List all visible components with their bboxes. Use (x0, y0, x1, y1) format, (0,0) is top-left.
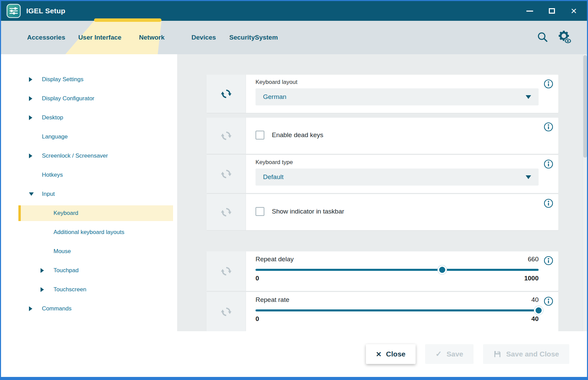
keyboard-layout-select[interactable]: German (256, 88, 539, 105)
setting-card-keyboard-type: Keyboard type Default (206, 155, 558, 193)
sidebar-item-display-settings[interactable]: Display Settings (1, 70, 177, 89)
sidebar-item-display-configurator[interactable]: Display Configurator (1, 89, 177, 108)
parameter-visibility-button[interactable] (558, 30, 572, 45)
app-window: IGEL Setup × Accessories User Interface … (0, 0, 588, 380)
minimize-icon (526, 11, 533, 12)
tab-network[interactable]: Network (125, 21, 178, 54)
window-controls: × (526, 6, 582, 16)
info-icon (543, 79, 554, 89)
reset-button[interactable] (220, 88, 232, 100)
active-tab-top-bar (94, 18, 161, 22)
minimize-button[interactable] (526, 11, 533, 12)
sidebar-item-mouse[interactable]: Mouse (1, 242, 177, 261)
info-button[interactable] (543, 296, 554, 306)
chevron-down-icon (29, 192, 34, 196)
slider-label: Repeat delay (256, 255, 294, 263)
sidebar-item-additional-keyboard-layouts[interactable]: Additional keyboard layouts (1, 223, 177, 242)
info-icon (543, 198, 554, 208)
checkbox-label: Enable dead keys (272, 131, 323, 139)
search-icon (537, 31, 549, 44)
reset-button[interactable] (220, 168, 232, 180)
chevron-right-icon (41, 268, 44, 273)
show-indicator-checkbox[interactable] (256, 207, 264, 216)
search-button[interactable] (537, 31, 549, 44)
info-icon (543, 159, 554, 169)
setting-card-taskbar-indicator: Show indicator in taskbar (206, 194, 558, 230)
enable-dead-keys-checkbox[interactable] (256, 131, 264, 140)
sidebar-item-desktop[interactable]: Desktop (1, 108, 177, 127)
reset-button[interactable] (220, 130, 232, 142)
setting-card-keyboard-layout: Keyboard layout German (206, 75, 558, 113)
chevron-right-icon (29, 154, 32, 158)
sync-icon (220, 130, 232, 142)
check-icon: ✓ (435, 350, 442, 358)
scrollbar-thumb[interactable] (583, 55, 587, 158)
sidebar-item-hotkeys[interactable]: Hotkeys (1, 165, 177, 185)
sync-icon (220, 306, 232, 318)
slider-value: 40 (531, 296, 539, 304)
maximize-button[interactable] (549, 8, 555, 14)
scrollbar[interactable] (583, 54, 587, 331)
footer-bar: × Close ✓ Save Save and Close (1, 331, 587, 377)
info-button[interactable] (543, 198, 554, 208)
gear-eye-icon (558, 30, 572, 45)
reset-button[interactable] (220, 206, 232, 218)
sidebar-item-language[interactable]: Language (1, 127, 177, 146)
chevron-right-icon (29, 306, 32, 311)
sidebar-item-touchpad[interactable]: Touchpad (1, 261, 177, 280)
chevron-right-icon (41, 287, 44, 292)
tab-user-interface[interactable]: User Interface (74, 21, 125, 54)
sidebar-item-touchscreen[interactable]: Touchscreen (1, 280, 177, 299)
field-label: Keyboard layout (256, 79, 539, 86)
select-value: German (263, 93, 287, 101)
info-button[interactable] (543, 255, 554, 266)
chevron-right-icon (29, 96, 32, 101)
sync-icon (220, 168, 232, 180)
close-window-button[interactable]: × (571, 6, 577, 16)
sync-icon (220, 265, 232, 277)
sidebar-tree: Display Settings Display Configurator De… (1, 54, 177, 331)
save-button[interactable]: ✓ Save (425, 344, 473, 364)
info-icon (543, 122, 554, 132)
checkbox-label: Show indicator in taskbar (272, 208, 344, 215)
caret-down-icon (526, 95, 531, 99)
slider-label: Repeat rate (256, 296, 289, 304)
floppy-disk-icon (493, 350, 501, 358)
slider-max: 1000 (524, 275, 539, 282)
titlebar: IGEL Setup × (1, 1, 587, 21)
tab-bar: Accessories User Interface Network Devic… (1, 21, 587, 54)
sidebar-item-keyboard[interactable]: Keyboard (1, 204, 177, 223)
sync-icon (220, 88, 232, 100)
slider-min: 0 (256, 275, 259, 282)
tab-devices[interactable]: Devices (178, 21, 229, 54)
setting-card-repeat-rate: Repeat rate 40 0 40 (206, 292, 558, 331)
slider-min: 0 (256, 315, 259, 323)
repeat-rate-slider[interactable] (256, 309, 539, 311)
keyboard-type-select[interactable]: Default (256, 169, 539, 186)
info-button[interactable] (543, 122, 554, 132)
sidebar-item-input[interactable]: Input (1, 185, 177, 204)
close-button[interactable]: × Close (366, 344, 416, 364)
chevron-right-icon (29, 77, 32, 82)
settings-panel: Keyboard layout German (177, 54, 583, 331)
tab-accessories[interactable]: Accessories (18, 21, 74, 54)
igel-logo-icon (6, 4, 21, 18)
tab-system[interactable]: System (255, 21, 278, 54)
chevron-right-icon (29, 115, 32, 120)
info-icon (543, 255, 554, 266)
reset-button[interactable] (220, 306, 232, 318)
tab-security[interactable]: Security (229, 21, 255, 54)
sync-icon (220, 206, 232, 218)
save-and-close-button[interactable]: Save and Close (483, 344, 569, 364)
repeat-delay-slider[interactable] (256, 269, 539, 271)
sidebar-item-commands[interactable]: Commands (1, 299, 177, 318)
info-button[interactable] (543, 79, 554, 89)
close-x-icon: × (376, 350, 381, 359)
close-icon: × (571, 6, 577, 16)
reset-button[interactable] (220, 265, 232, 277)
info-button[interactable] (543, 159, 554, 169)
slider-handle[interactable] (534, 306, 543, 315)
setting-card-dead-keys: Enable dead keys (206, 118, 558, 154)
slider-handle[interactable] (438, 265, 447, 274)
sidebar-item-screenlock-screensaver[interactable]: Screenlock / Screensaver (1, 146, 177, 165)
